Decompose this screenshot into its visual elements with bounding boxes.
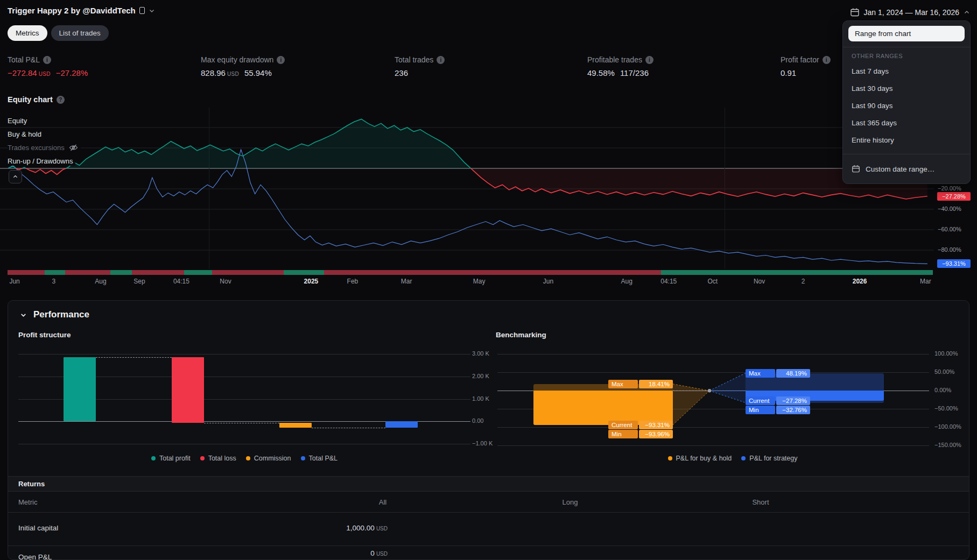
legend-item-p-l-for-strategy[interactable]: P&L for strategy xyxy=(741,455,797,462)
legend-item-buy-hold[interactable]: Buy & hold xyxy=(8,130,44,139)
dropdown-item-entire-history[interactable]: Entire history xyxy=(848,131,965,148)
metric-value: 828.96USD55.94% xyxy=(201,68,285,77)
dropdown-item-custom-date-range[interactable]: Custom date range… xyxy=(848,160,965,178)
bar-total-p-l xyxy=(385,421,418,427)
legend-item-commission[interactable]: Commission xyxy=(246,455,291,462)
dropdown-item-last-30-days[interactable]: Last 30 days xyxy=(848,80,965,97)
time-axis-label: Aug xyxy=(621,275,632,287)
price-axis-label: −60.00% xyxy=(938,226,961,232)
equity-chart-svg xyxy=(0,108,934,269)
waterfall-connector xyxy=(312,428,385,428)
profit-structure-chart: 3.00 K2.00 K1.00 K0.00−1.00 KTotal profi… xyxy=(18,349,470,449)
performance-section-header[interactable]: Performance xyxy=(20,309,89,320)
divider xyxy=(843,47,970,47)
gridline xyxy=(18,444,470,444)
time-axis-label: Feb xyxy=(347,275,359,287)
legend-item-label: P&L for strategy xyxy=(749,455,797,462)
column-metric: Metric xyxy=(18,498,37,506)
drawdown-segment xyxy=(324,270,661,275)
metric-label: Profitable tradesi xyxy=(587,55,653,64)
metric-label: Max equity drawdowni xyxy=(201,55,285,64)
metric-label-text: Profitable trades xyxy=(587,55,642,64)
info-icon[interactable]: i xyxy=(437,56,445,64)
page-title[interactable]: Trigger Happy 2 by @DaviddTech xyxy=(8,6,155,15)
legend-item-trades-excursions[interactable]: Trades excursions xyxy=(8,143,81,152)
tab-metrics[interactable]: Metrics xyxy=(8,25,47,41)
bar-commission xyxy=(279,423,312,428)
calendar-icon xyxy=(850,8,860,17)
legend-item-equity[interactable]: Equity xyxy=(8,116,30,125)
cell-metric-label: Initial capital xyxy=(18,524,58,532)
returns-table-header: Metric All Long Short xyxy=(8,492,969,512)
table-row-initial-capital[interactable]: 1,000.00USDInitial capital xyxy=(8,512,969,545)
value-unit: USD xyxy=(376,526,388,531)
column-long: Long xyxy=(549,498,592,506)
metric-value-unit: USD xyxy=(227,71,239,77)
dropdown-item-range-from-chart[interactable]: Range from chart xyxy=(848,26,965,41)
waterfall-connector xyxy=(204,423,279,423)
legend-dot xyxy=(246,456,250,460)
dropdown-item-last-90-days[interactable]: Last 90 days xyxy=(848,97,965,114)
metric-profitable-trades: Profitable tradesi49.58%117/236 xyxy=(587,55,653,77)
time-axis-label: May xyxy=(473,275,486,287)
help-icon[interactable]: ? xyxy=(57,96,65,104)
collapse-legend-button[interactable] xyxy=(9,170,22,183)
runup-segment xyxy=(45,270,65,275)
runup-segment xyxy=(661,270,933,275)
legend-item-label: Total loss xyxy=(208,455,236,462)
runup-segment xyxy=(110,270,132,275)
runup-segment xyxy=(184,270,212,275)
legend-item-total-loss[interactable]: Total loss xyxy=(200,455,236,462)
buy-and-hold-max-label: Max xyxy=(608,380,638,388)
legend-dot xyxy=(200,456,205,460)
time-axis-label: 2026 xyxy=(853,275,867,287)
metric-label-text: Total trades xyxy=(395,55,433,64)
metric-value-main: −272.84 xyxy=(8,68,37,77)
returns-section-header[interactable]: Returns xyxy=(8,476,969,492)
price-axis-label: −80.00% xyxy=(938,246,961,253)
metric-value-main: 236 xyxy=(395,68,408,77)
chevron-down-icon xyxy=(20,311,27,318)
metric-value: −272.84USD−27.28% xyxy=(8,68,88,77)
info-icon[interactable]: i xyxy=(823,56,831,64)
cell-all-value: 0USD xyxy=(288,549,388,557)
legend-item-p-l-for-buy-hold[interactable]: P&L for buy & hold xyxy=(668,455,732,462)
legend-item-run-up-drawdowns[interactable]: Run-up / Drawdowns xyxy=(8,157,75,166)
table-row-open-p-l[interactable]: 0USDOpen P&L xyxy=(8,545,969,560)
time-axis-label: 2025 xyxy=(304,275,319,287)
info-icon[interactable]: i xyxy=(277,56,285,64)
metric-value-extra: 55.94% xyxy=(244,68,272,77)
legend-item-label: Equity xyxy=(8,117,27,125)
strategy-min-label: Min xyxy=(746,406,775,414)
column-all: All xyxy=(363,498,402,506)
bar-total-profit xyxy=(64,357,96,421)
divider xyxy=(843,154,970,154)
calendar-icon xyxy=(852,165,860,173)
info-icon[interactable]: i xyxy=(43,56,51,64)
dropdown-item-last-365-days[interactable]: Last 365 days xyxy=(848,114,965,131)
price-axis-badge-equity: −27.28% xyxy=(937,192,971,201)
metric-value-extra: −27.28% xyxy=(56,68,88,77)
metric-label: Profit factori xyxy=(781,55,831,64)
origin-dot xyxy=(708,389,711,392)
value-unit: USD xyxy=(376,551,388,557)
time-axis-label: Mar xyxy=(401,275,412,287)
dropdown-item-last-7-days[interactable]: Last 7 days xyxy=(848,62,965,80)
value-main: 1,000.00 xyxy=(346,524,375,532)
drawdown-segment xyxy=(132,270,184,275)
time-axis-label: 04:15 xyxy=(173,275,189,287)
legend-item-total-profit[interactable]: Total profit xyxy=(151,455,191,462)
metric-value-main: 0.91 xyxy=(781,68,796,77)
chevron-up-icon xyxy=(964,9,970,16)
y-axis-label: 3.00 K xyxy=(472,350,489,357)
time-axis-label: Oct xyxy=(707,275,718,287)
legend-item-total-p-l[interactable]: Total P&L xyxy=(301,455,338,462)
info-icon[interactable]: i xyxy=(645,56,653,64)
date-range-button[interactable]: Jan 1, 2024 — Mar 16, 2026 xyxy=(850,5,970,19)
bar-total-loss xyxy=(172,357,204,423)
runup-segment xyxy=(284,270,324,275)
tab-list-of-trades[interactable]: List of trades xyxy=(51,25,109,41)
drawdown-segment xyxy=(8,270,45,275)
equity-chart-time-axis[interactable]: Jun3AugSep04:15Nov2025FebMarMayJunAug04:… xyxy=(0,275,934,287)
eye-off-icon[interactable] xyxy=(69,144,78,152)
